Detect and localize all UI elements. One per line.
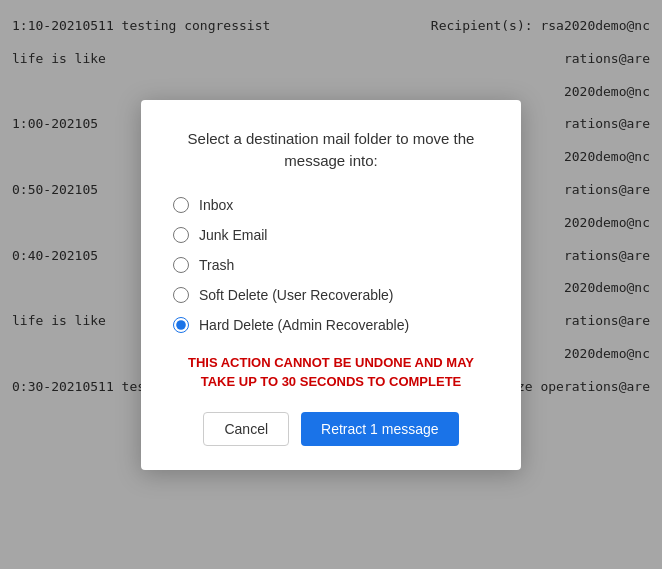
option-inbox-label: Inbox bbox=[199, 197, 233, 213]
radio-junk[interactable] bbox=[173, 227, 189, 243]
radio-hard-delete[interactable] bbox=[173, 317, 189, 333]
retract-button[interactable]: Retract 1 message bbox=[301, 412, 459, 446]
option-trash-label: Trash bbox=[199, 257, 234, 273]
cancel-button[interactable]: Cancel bbox=[203, 412, 289, 446]
radio-soft-delete[interactable] bbox=[173, 287, 189, 303]
modal-actions: Cancel Retract 1 message bbox=[173, 412, 489, 446]
modal-overlay: Select a destination mail folder to move… bbox=[0, 0, 662, 569]
radio-inbox[interactable] bbox=[173, 197, 189, 213]
option-trash[interactable]: Trash bbox=[173, 257, 489, 273]
modal-dialog: Select a destination mail folder to move… bbox=[141, 100, 521, 470]
option-inbox[interactable]: Inbox bbox=[173, 197, 489, 213]
option-soft-delete[interactable]: Soft Delete (User Recoverable) bbox=[173, 287, 489, 303]
option-junk[interactable]: Junk Email bbox=[173, 227, 489, 243]
warning-text: THIS ACTION CANNOT BE UNDONE AND MAY TAK… bbox=[173, 353, 489, 392]
option-hard-delete[interactable]: Hard Delete (Admin Recoverable) bbox=[173, 317, 489, 333]
radio-trash[interactable] bbox=[173, 257, 189, 273]
modal-title: Select a destination mail folder to move… bbox=[173, 128, 489, 173]
option-junk-label: Junk Email bbox=[199, 227, 267, 243]
folder-options: Inbox Junk Email Trash Soft Delete (User… bbox=[173, 197, 489, 333]
option-soft-delete-label: Soft Delete (User Recoverable) bbox=[199, 287, 394, 303]
option-hard-delete-label: Hard Delete (Admin Recoverable) bbox=[199, 317, 409, 333]
